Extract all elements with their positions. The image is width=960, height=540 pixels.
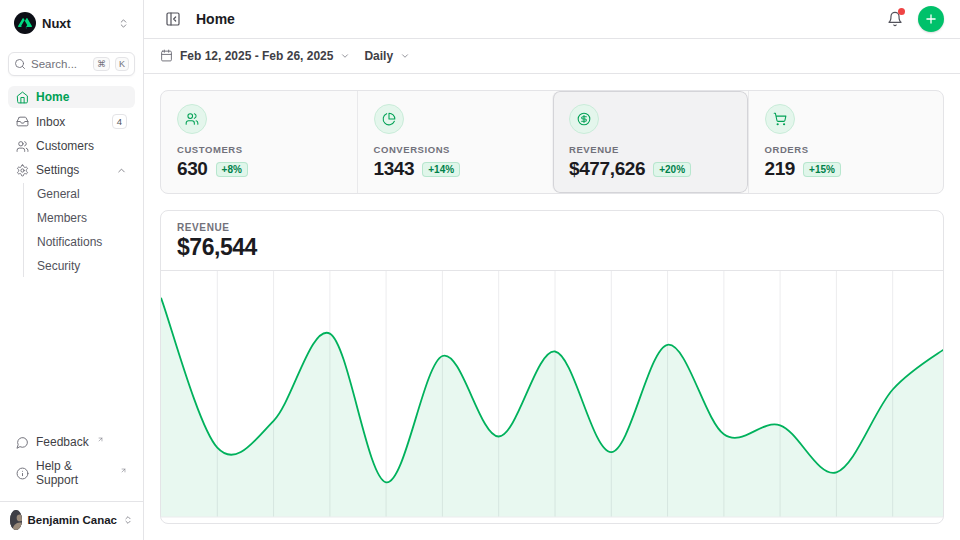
chart-headline-value: $76,544 [177,234,927,261]
external-link-icon [97,436,104,443]
stat-value: 219 [765,158,796,180]
gear-icon [16,164,29,177]
stat-value: $477,626 [569,158,645,180]
revenue-chart-svg[interactable]: 14 Feb16 Feb18 Feb20 Feb22 Feb24 Feb [161,271,944,524]
panel-left-close-icon [165,11,181,27]
inbox-icon [16,115,29,128]
main-panel: Home Feb 12, 2025 - Feb 26, 2025 [144,0,960,540]
feedback-label: Feedback [36,435,89,449]
stat-delta-badge: +8% [216,162,248,177]
chevron-up-icon [116,165,127,176]
sidebar-item-label: Settings [36,163,109,177]
search-input[interactable]: Search... ⌘ K [8,52,135,76]
svg-text:16 Feb: 16 Feb [370,523,403,524]
svg-text:24 Feb: 24 Feb [820,523,853,524]
svg-text:14 Feb: 14 Feb [257,523,290,524]
users-icon [177,104,207,134]
chevron-down-icon [340,51,350,61]
stat-label: ORDERS [765,144,928,155]
stat-card-conversions[interactable]: CONVERSIONS 1343 +14% [357,91,553,193]
workspace-name: Nuxt [42,16,112,31]
user-avatar [10,510,22,530]
sidebar-item-security[interactable]: Security [29,255,135,277]
svg-text:20 Feb: 20 Feb [595,523,628,524]
user-name: Benjamin Canac [28,514,117,526]
chevrons-up-down-icon [118,18,129,29]
date-range-value: Feb 12, 2025 - Feb 26, 2025 [180,49,333,63]
date-range-picker[interactable]: Feb 12, 2025 - Feb 26, 2025 [160,49,350,63]
nuxt-logo-icon [14,12,36,34]
chart-label: REVENUE [177,222,927,233]
search-placeholder: Search... [31,58,88,70]
stat-card-orders[interactable]: ORDERS 219 +15% [748,91,944,193]
kbd-k: K [115,57,129,71]
dollar-circle-icon [569,104,599,134]
stat-value: 630 [177,158,208,180]
sidebar-item-settings[interactable]: Settings [8,159,135,181]
stat-card-customers[interactable]: CUSTOMERS 630 +8% [161,91,357,193]
chart-header: REVENUE $76,544 [161,211,943,271]
chevrons-up-down-icon [123,515,133,525]
revenue-chart-card: REVENUE $76,544 14 Feb16 Feb18 Feb20 Feb… [160,210,944,524]
settings-subnav: General Members Notifications Security [23,183,135,277]
help-support-label: Help & Support [36,459,112,487]
sidebar-nav: Home Inbox 4 Customers Settings [8,86,135,277]
users-icon [16,140,29,153]
sidebar-item-label: Home [36,90,127,104]
sidebar-item-inbox[interactable]: Inbox 4 [8,110,135,133]
home-icon [16,91,29,104]
stat-delta-badge: +14% [422,162,460,177]
stats-grid: CUSTOMERS 630 +8% CONVERSIONS 1343 +14% [160,90,944,194]
sidebar-item-notifications[interactable]: Notifications [29,231,135,253]
search-icon [14,58,26,70]
help-support-link[interactable]: Help & Support [8,455,135,491]
message-circle-icon [16,436,29,449]
top-header: Home [144,0,960,39]
page-title: Home [196,11,872,27]
stat-value: 1343 [374,158,415,180]
stat-card-revenue[interactable]: REVENUE $477,626 +20% [552,91,748,193]
sidebar-item-customers[interactable]: Customers [8,135,135,157]
chevron-down-icon [400,51,410,61]
stat-delta-badge: +20% [653,162,691,177]
sidebar-item-members[interactable]: Members [29,207,135,229]
calendar-icon [160,49,173,62]
content-area: CUSTOMERS 630 +8% CONVERSIONS 1343 +14% [144,74,960,540]
inbox-count-badge: 4 [112,114,127,129]
stat-label: REVENUE [569,144,732,155]
stat-label: CUSTOMERS [177,144,341,155]
stat-delta-badge: +15% [803,162,841,177]
filters-toolbar: Feb 12, 2025 - Feb 26, 2025 Daily [144,39,960,75]
app-window: Nuxt Search... ⌘ K Home [0,0,960,540]
sidebar-item-label: Customers [36,139,127,153]
pie-chart-icon [374,104,404,134]
add-button[interactable] [918,6,944,32]
notifications-button[interactable] [882,6,908,32]
notification-dot [898,8,905,15]
svg-text:22 Feb: 22 Feb [708,523,741,524]
cart-icon [765,104,795,134]
external-link-icon [120,467,127,474]
sidebar-footer: Feedback Help & Support Benjamin Canac [8,431,135,532]
kbd-meta: ⌘ [93,57,110,71]
workspace-switcher[interactable]: Nuxt [8,8,135,38]
svg-text:18 Feb: 18 Feb [482,523,515,524]
granularity-value: Daily [364,49,393,63]
sidebar-item-label: Inbox [36,115,105,129]
stat-label: CONVERSIONS [374,144,537,155]
sidebar: Nuxt Search... ⌘ K Home [0,0,144,540]
feedback-link[interactable]: Feedback [8,431,135,453]
sidebar-item-general[interactable]: General [29,183,135,205]
granularity-select[interactable]: Daily [364,49,410,63]
info-icon [16,467,29,480]
user-menu[interactable]: Benjamin Canac [0,501,143,532]
collapse-sidebar-button[interactable] [160,6,186,32]
plus-icon [924,12,938,26]
sidebar-item-home[interactable]: Home [8,86,135,108]
